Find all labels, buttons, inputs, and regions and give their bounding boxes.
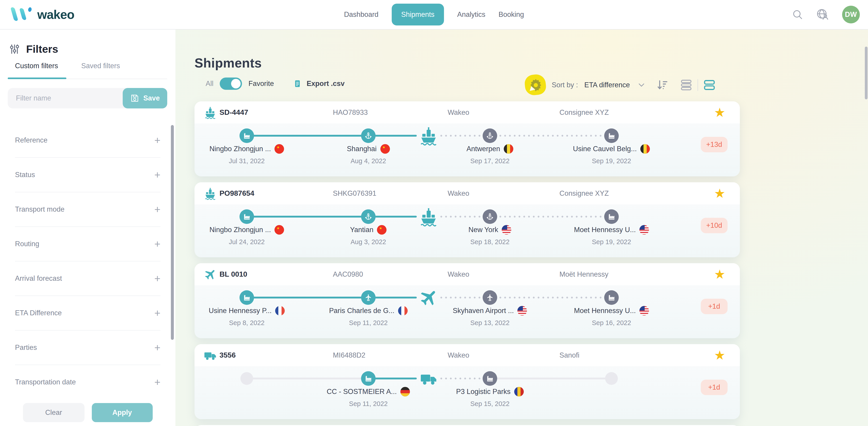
shipment-card[interactable]: Ningbo Zhongjun ...Jul 31, 2022 Shanghai… [194, 101, 740, 176]
nav-booking[interactable]: Booking [499, 10, 524, 19]
flag-us-icon [502, 225, 511, 235]
filter-category-reference[interactable]: Reference+ [15, 123, 160, 158]
nav-dashboard[interactable]: Dashboard [344, 10, 378, 19]
stop-info: Usine Cauvel Belg...Sep 19, 2022 [541, 144, 682, 165]
toolbar-divider [698, 79, 698, 91]
shipment-card-header: SD-4447 HAO78933 Wakeo Consignee XYZ ★ [194, 101, 740, 123]
expand-plus-icon[interactable]: + [154, 308, 160, 318]
ship-icon [204, 101, 217, 123]
favorite-toggle-label[interactable]: Favorite [248, 80, 274, 88]
truck-icon [204, 344, 217, 366]
flag-cn-icon [377, 225, 386, 235]
favorite-star-icon[interactable]: ★ [714, 101, 725, 123]
tab-custom-filters[interactable]: Custom filters [15, 62, 58, 70]
factory-stop-node [604, 128, 619, 143]
filter-category-transportation-date[interactable]: Transportation date+ [15, 365, 160, 399]
tab-saved-filters[interactable]: Saved filters [81, 62, 120, 70]
filter-category-status[interactable]: Status+ [15, 158, 160, 192]
flag-be-icon [504, 144, 513, 154]
favorite-star-icon[interactable]: ★ [714, 263, 725, 285]
factory-stop-node [240, 128, 254, 143]
stop-date: Sep 19, 2022 [541, 238, 682, 246]
filter-category-eta-difference[interactable]: ETA Difference+ [15, 296, 160, 331]
page-scrollbar-thumb[interactable] [865, 47, 868, 99]
stop-name: New York [469, 226, 498, 234]
clear-filters-button[interactable]: Clear [23, 403, 85, 422]
filter-category-label: Status [15, 171, 35, 179]
export-file-icon [293, 80, 302, 88]
flag-us-icon [640, 225, 649, 235]
expand-plus-icon[interactable]: + [154, 204, 160, 215]
filter-category-label: Transport mode [15, 205, 65, 213]
shipment-card[interactable]: CC - SOSTMEIER A...Sep 11, 2022 P3 Logis… [194, 344, 740, 419]
shipment-card[interactable]: Usine Hennessy P...Sep 8, 2022 Paris Cha… [194, 263, 740, 338]
shipments-page: wakeo Dashboard Shipments Analytics Book… [0, 0, 868, 426]
stop-date: Sep 17, 2022 [420, 157, 560, 165]
shipment-secondary-reference: MI6488D2 [333, 344, 365, 366]
filter-category-transport-mode[interactable]: Transport mode+ [15, 192, 160, 227]
nav-analytics[interactable]: Analytics [457, 10, 485, 19]
flag-cn-icon [380, 144, 390, 154]
route-segment-teal [247, 135, 368, 136]
stop-info: AntwerpenSep 17, 2022 [420, 144, 560, 165]
expand-plus-icon[interactable]: + [154, 170, 160, 180]
factory-stop-node [240, 209, 254, 224]
stop-name: CC - SOSTMEIER A... [327, 388, 397, 396]
nav-shipments[interactable]: Shipments [392, 4, 444, 26]
card-view-button[interactable] [704, 79, 715, 91]
chevron-down-icon[interactable] [639, 83, 644, 87]
stop-date: Sep 19, 2022 [541, 157, 682, 165]
stop-name: Usine Hennessy P... [209, 307, 272, 315]
shipment-forwarder: Wakeo [447, 263, 469, 285]
settings-gear-button[interactable] [524, 74, 547, 96]
expand-plus-icon[interactable]: + [154, 342, 160, 353]
expand-plus-icon[interactable]: + [154, 273, 160, 284]
apply-filters-button[interactable]: Apply [92, 403, 153, 422]
expand-plus-icon[interactable]: + [154, 135, 160, 146]
sort-direction-button[interactable] [656, 79, 669, 91]
filters-sliders-icon [9, 43, 20, 55]
factory-stop-node [604, 290, 619, 305]
plane-icon [204, 263, 217, 285]
stop-name: Ningbo Zhongjun ... [210, 226, 271, 234]
stop-date: Sep 13, 2022 [420, 319, 560, 327]
filter-category-arrival-forecast[interactable]: Arrival forecast+ [15, 262, 160, 296]
page-title: Shipments [194, 56, 262, 70]
stop-info: Paris Charles de G...Sep 11, 2022 [298, 306, 439, 327]
expand-plus-icon[interactable]: + [154, 239, 160, 249]
shipment-consignee: Sanofi [559, 344, 580, 366]
shipment-reference: BL 0010 [219, 263, 247, 285]
airport-stop-node [483, 290, 497, 305]
list-view-icon [680, 79, 692, 91]
stop-name: Moet Hennessy U... [574, 226, 636, 234]
sidebar-scrollbar-thumb[interactable] [171, 125, 174, 340]
route-segment-teal [247, 297, 368, 299]
wakeo-logo-icon [10, 5, 32, 24]
export-csv-button[interactable]: Export .csv [293, 80, 344, 88]
stop-date: Sep 16, 2022 [541, 319, 682, 327]
language-globe-icon[interactable] [816, 8, 829, 21]
favorite-star-icon[interactable]: ★ [714, 344, 725, 366]
expand-plus-icon[interactable]: + [154, 377, 160, 387]
all-toggle-label[interactable]: All [206, 80, 213, 88]
filters-title: Filters [26, 43, 58, 55]
filter-category-routing[interactable]: Routing+ [15, 227, 160, 262]
stop-info: CC - SOSTMEIER A...Sep 11, 2022 [298, 387, 439, 407]
favorite-toggle[interactable] [220, 78, 242, 90]
shipment-forwarder: Wakeo [447, 182, 469, 204]
filter-category-parties[interactable]: Parties+ [15, 331, 160, 365]
wakeo-logo[interactable]: wakeo [10, 0, 74, 29]
favorite-star-icon[interactable]: ★ [714, 182, 725, 204]
search-icon[interactable] [792, 9, 803, 20]
flag-ro-icon [514, 387, 524, 396]
flag-fr-icon [275, 306, 285, 315]
stop-info: New YorkSep 18, 2022 [420, 225, 560, 246]
user-avatar[interactable]: DW [842, 6, 860, 23]
eta-difference-badge: +1d [701, 299, 727, 314]
sort-descending-icon [656, 79, 669, 91]
anchor-stop-node [361, 209, 376, 224]
save-filter-button[interactable]: Save [123, 88, 167, 109]
compact-list-view-button[interactable] [680, 79, 692, 91]
sort-dropdown[interactable]: ETA difference [584, 81, 630, 89]
shipment-card[interactable]: Ningbo Zhongjun ...Jul 24, 2022 YantianA… [194, 182, 740, 257]
